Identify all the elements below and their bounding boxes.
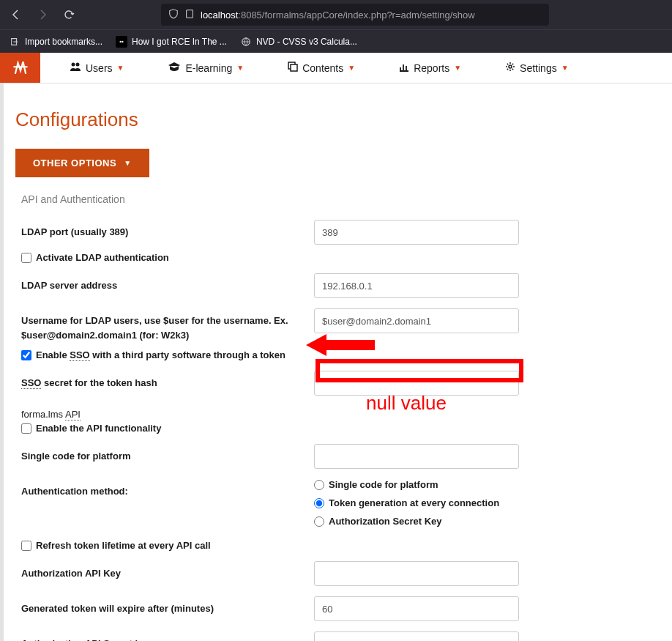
enable-api-checkbox[interactable] [21, 423, 31, 434]
nav-users[interactable]: Users ▼ [55, 53, 138, 83]
auth-method-label: Authentication method: [21, 479, 314, 499]
radio-token-gen[interactable] [314, 498, 324, 508]
import-icon [9, 36, 20, 48]
enable-sso-checkbox[interactable] [21, 350, 31, 360]
enable-sso-label: Enable SSO with a third party software t… [36, 349, 285, 360]
shield-icon [168, 9, 179, 21]
token-expire-input[interactable] [314, 596, 519, 621]
ldap-server-label: LDAP server address [21, 273, 314, 293]
app-nav: Users ▼ E-learning ▼ Contents ▼ Reports … [0, 53, 672, 84]
single-code-label: Single code for platform [21, 444, 314, 464]
page-title: Configurations [10, 84, 660, 149]
nav-label: Contents [302, 62, 343, 74]
caret-down-icon: ▼ [454, 64, 461, 72]
nav-reports[interactable]: Reports ▼ [384, 53, 476, 83]
bookmark-import[interactable]: Import bookmarks... [9, 36, 102, 48]
radio-token-gen-label: Token generation at every connection [329, 497, 499, 508]
svg-rect-5 [291, 64, 297, 71]
sso-secret-label: SSO secret for the token hash [21, 371, 314, 390]
other-options-button[interactable]: OTHER OPTIONS ▼ [15, 149, 149, 177]
token-expire-label: Generated token will expire after (minut… [21, 596, 314, 616]
sso-secret-input[interactable] [314, 371, 519, 396]
url-text: localhost:8085/formalms/appCore/index.ph… [201, 10, 475, 21]
gear-icon [505, 62, 515, 74]
refresh-token-label: Refresh token lifetime at every API call [36, 540, 211, 551]
page-icon [184, 9, 195, 21]
api-subsection: forma.lms API [21, 409, 660, 420]
radio-single-code[interactable] [314, 480, 324, 490]
section-header: API and Authentication [10, 177, 660, 210]
svg-rect-0 [187, 10, 193, 18]
caret-down-icon: ▼ [561, 64, 569, 72]
bookmarks-bar: Import bookmarks... •• How I got RCE In … [0, 29, 672, 53]
auth-secret-key-input[interactable] [314, 631, 519, 641]
globe-icon [240, 36, 252, 48]
users-icon [70, 62, 81, 74]
nav-label: Reports [414, 62, 449, 74]
radio-auth-secret[interactable] [314, 516, 324, 527]
caret-down-icon: ▼ [348, 64, 355, 72]
bookmark-rce[interactable]: •• How I got RCE In The ... [116, 36, 227, 48]
auth-api-key-input[interactable] [314, 561, 519, 586]
nav-contents[interactable]: Contents ▼ [273, 53, 370, 83]
browser-toolbar: localhost:8085/formalms/appCore/index.ph… [0, 0, 672, 29]
ldap-server-input[interactable] [314, 273, 519, 298]
activate-ldap-label: Activate LDAP authentication [36, 252, 169, 263]
bookmark-nvd[interactable]: NVD - CVSS v3 Calcula... [240, 36, 357, 48]
auth-secret-key-label: Authorization API Secret key [21, 631, 314, 641]
nav-label: E-learning [185, 62, 232, 74]
refresh-token-checkbox[interactable] [21, 541, 31, 551]
auth-api-key-label: Authorization API Key [21, 561, 314, 581]
nav-label: Users [86, 62, 113, 74]
graduation-cap-icon [168, 62, 181, 74]
nav-label: Settings [520, 62, 557, 74]
activate-ldap-checkbox[interactable] [21, 253, 31, 263]
copy-icon [288, 62, 298, 74]
svg-point-6 [509, 65, 512, 68]
reload-button[interactable] [61, 7, 76, 22]
caret-down-icon: ▼ [117, 64, 124, 72]
ldap-user-input[interactable] [314, 308, 519, 333]
bookmark-label: NVD - CVSS v3 Calcula... [256, 37, 357, 47]
ldap-port-input[interactable] [314, 220, 519, 245]
nav-settings[interactable]: Settings ▼ [490, 53, 583, 83]
nav-elearning[interactable]: E-learning ▼ [153, 53, 258, 83]
button-label: OTHER OPTIONS [33, 158, 116, 168]
svg-point-3 [76, 63, 80, 67]
back-button[interactable] [9, 7, 23, 22]
favicon-icon: •• [116, 36, 127, 48]
forward-button[interactable] [35, 7, 50, 22]
chart-icon [399, 62, 409, 74]
ldap-user-label: Username for LDAP users, use $user for t… [21, 308, 314, 342]
radio-single-code-label: Single code for platform [329, 479, 438, 490]
ldap-port-label: LDAP port (usually 389) [21, 220, 314, 240]
app-logo[interactable] [0, 53, 40, 83]
caret-down-icon: ▼ [124, 159, 131, 167]
single-code-input[interactable] [314, 444, 519, 469]
enable-api-label: Enable the API functionality [36, 423, 161, 434]
bookmark-label: How I got RCE In The ... [132, 37, 227, 47]
svg-point-2 [72, 63, 75, 67]
caret-down-icon: ▼ [236, 64, 244, 72]
radio-auth-secret-label: Authorization Secret Key [329, 516, 442, 527]
url-bar[interactable]: localhost:8085/formalms/appCore/index.ph… [161, 4, 549, 26]
bookmark-label: Import bookmarks... [25, 37, 102, 47]
